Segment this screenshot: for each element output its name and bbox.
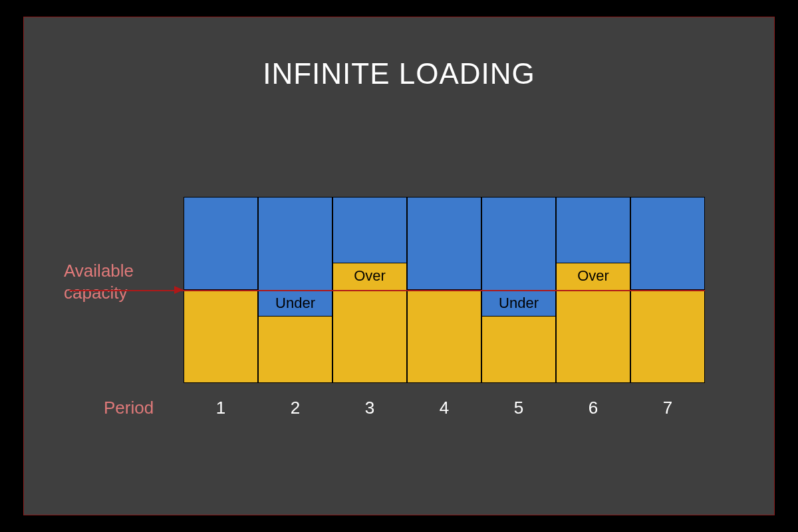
bar-fill (482, 316, 555, 382)
bar-fill (184, 289, 257, 382)
period-label: 3 (332, 398, 407, 418)
slide-frame: INFINITE LOADING Availablecapacity Under… (23, 17, 775, 515)
period-label: 2 (258, 398, 332, 418)
y-axis-label-text: Availablecapacity (64, 261, 134, 303)
bar-fill (631, 289, 704, 382)
capacity-arrow-icon (174, 286, 184, 294)
period-label: 4 (407, 398, 481, 418)
period-label: 5 (481, 398, 556, 418)
capacity-line (69, 290, 705, 291)
bar-annotation-under: Under (259, 291, 332, 312)
bar-fill (259, 316, 332, 382)
bar-fill: Over (333, 263, 406, 382)
period-label: 1 (184, 398, 258, 418)
y-axis-label: Availablecapacity (64, 260, 134, 303)
bar-annotation-over: Over (557, 263, 630, 285)
bar-annotation-over: Over (333, 263, 406, 285)
period-label: 7 (630, 398, 705, 418)
bar-fill (408, 289, 481, 382)
slide-title: INFINITE LOADING (24, 57, 774, 90)
bar-fill: Over (557, 263, 630, 382)
x-axis-label: Period (104, 398, 154, 418)
bar-annotation-under: Under (482, 291, 555, 312)
period-label: 6 (556, 398, 630, 418)
